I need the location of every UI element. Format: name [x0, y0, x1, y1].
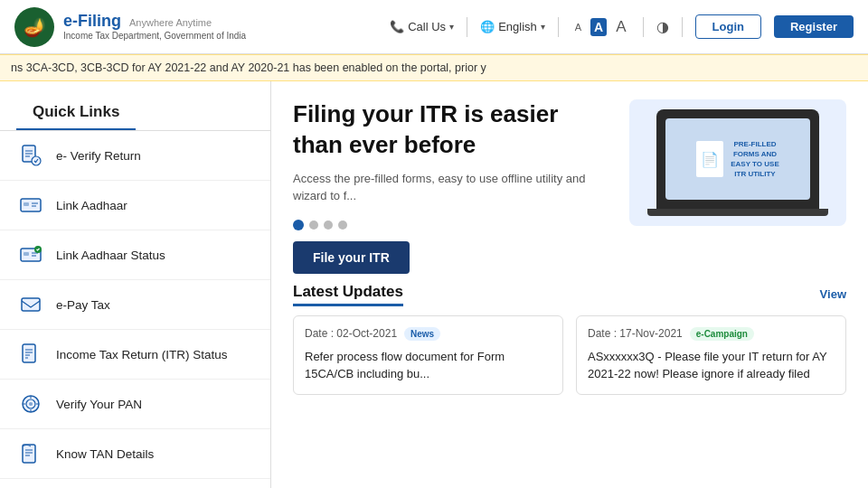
- sidebar: Quick Links e- Verify Return: [0, 81, 271, 488]
- dot-4[interactable]: [338, 221, 347, 230]
- updates-title: Latest Updates: [293, 283, 403, 306]
- screen-text: PRE-FILLEDFORMS ANDEASY TO USEITR UTILIT…: [731, 139, 779, 180]
- laptop-screen: 📄 PRE-FILLEDFORMS ANDEASY TO USEITR UTIL…: [665, 118, 810, 200]
- hero-laptop-image: 📄 PRE-FILLEDFORMS ANDEASY TO USEITR UTIL…: [629, 99, 846, 226]
- sidebar-item-label: Income Tax Return (ITR) Status: [56, 348, 228, 361]
- sidebar-item-label: Verify Your PAN: [56, 398, 142, 411]
- news-ticker: ns 3CA-3CD, 3CB-3CD for AY 2021-22 and A…: [0, 54, 868, 81]
- card-date-row: Date : 02-Oct-2021 News: [305, 327, 552, 341]
- update-cards-row: Date : 02-Oct-2021 News Refer process fl…: [293, 315, 846, 395]
- sidebar-item-epay-tax[interactable]: e-Pay Tax: [0, 280, 270, 330]
- card-text: Refer process flow document for Form 15C…: [305, 348, 552, 383]
- call-us-button[interactable]: 📞 Call Us ▾: [390, 20, 454, 33]
- header-controls: 📞 Call Us ▾ 🌐 English ▾ A A A ◑ Login Re…: [390, 14, 854, 39]
- sidebar-title: Quick Links: [16, 90, 136, 130]
- card-date-row: Date : 17-Nov-2021 e-Campaign: [588, 327, 835, 341]
- card-badge: e-Campaign: [690, 327, 754, 341]
- dot-2[interactable]: [309, 221, 318, 230]
- laptop-container: 📄 PRE-FILLEDFORMS ANDEASY TO USEITR UTIL…: [638, 104, 837, 221]
- card-date: Date : 02-Oct-2021: [305, 327, 397, 340]
- sidebar-item-know-tan[interactable]: Know TAN Details: [0, 429, 270, 479]
- laptop-body: 📄 PRE-FILLEDFORMS ANDEASY TO USEITR UTIL…: [656, 109, 819, 209]
- hero-title: Filing your ITR is easier than ever befo…: [293, 99, 611, 161]
- svg-rect-7: [22, 298, 40, 311]
- sidebar-item-link-aadhaar-status[interactable]: Link Aadhaar Status: [0, 230, 270, 280]
- hero-section: Filing your ITR is easier than ever befo…: [271, 81, 868, 283]
- sidebar-item-verify-pan[interactable]: Verify Your PAN: [0, 380, 270, 429]
- sidebar-title-wrapper: Quick Links: [0, 81, 270, 131]
- book-icon: [16, 439, 45, 468]
- sidebar-item-verify-return[interactable]: e- Verify Return: [0, 131, 270, 181]
- fingerprint-icon: [16, 389, 45, 418]
- main-layout: Quick Links e- Verify Return: [0, 81, 868, 488]
- brand-efiling: e-Filing Anywhere Anytime: [63, 13, 246, 31]
- svg-rect-8: [23, 344, 35, 362]
- svg-rect-12: [23, 445, 35, 463]
- contrast-toggle-button[interactable]: ◑: [656, 18, 669, 35]
- document-list-icon: [16, 340, 45, 369]
- view-more-link[interactable]: View: [820, 287, 846, 301]
- register-button[interactable]: Register: [774, 15, 854, 38]
- divider: [682, 17, 683, 37]
- brand-subtitle: Income Tax Department, Government of Ind…: [63, 31, 246, 41]
- card-badge: News: [404, 327, 440, 341]
- login-button[interactable]: Login: [695, 14, 761, 39]
- card-icon: [16, 191, 45, 220]
- hero-description: Access the pre-filled forms, easy to use…: [293, 170, 611, 205]
- card-check-icon: [16, 240, 45, 269]
- logo-area: 🪔 e-Filing Anywhere Anytime Income Tax D…: [14, 7, 246, 47]
- divider: [467, 17, 467, 37]
- globe-icon: 🌐: [480, 20, 495, 33]
- updates-section: Latest Updates View Date : 02-Oct-2021 N…: [271, 283, 868, 488]
- sidebar-item-label: e-Pay Tax: [56, 298, 110, 312]
- emblem-logo: 🪔: [14, 7, 54, 47]
- updates-header: Latest Updates View: [293, 283, 846, 306]
- chevron-down-icon: ▾: [541, 22, 545, 32]
- font-size-controls: A A A: [571, 16, 630, 38]
- brand-tagline: Anywhere Anytime: [129, 17, 212, 28]
- sidebar-item-label: Link Aadhaar Status: [56, 249, 165, 262]
- sidebar-item-tax-info[interactable]: Tax Information & services: [0, 479, 270, 488]
- language-selector[interactable]: 🌐 English ▾: [480, 20, 545, 33]
- phone-icon: 📞: [390, 20, 404, 33]
- hero-text: Filing your ITR is easier than ever befo…: [293, 99, 611, 274]
- sidebar-item-link-aadhaar[interactable]: Link Aadhaar: [0, 181, 270, 230]
- font-medium-button[interactable]: A: [590, 18, 607, 36]
- svg-point-11: [29, 402, 33, 406]
- divider: [643, 17, 644, 37]
- update-card-1: Date : 02-Oct-2021 News Refer process fl…: [293, 315, 563, 395]
- file-itr-button[interactable]: File your ITR: [293, 241, 410, 274]
- font-large-button[interactable]: A: [612, 16, 629, 38]
- main-content: Filing your ITR is easier than ever befo…: [271, 81, 868, 488]
- chevron-down-icon: ▾: [449, 22, 454, 32]
- dot-3[interactable]: [324, 221, 333, 230]
- update-card-2: Date : 17-Nov-2021 e-Campaign ASxxxxxx3Q…: [576, 315, 846, 395]
- sidebar-item-label: Link Aadhaar: [56, 199, 127, 212]
- carousel-dots: [293, 220, 611, 230]
- document-icon: [16, 141, 45, 170]
- brand-text: e-Filing Anywhere Anytime Income Tax Dep…: [63, 13, 246, 41]
- font-small-button[interactable]: A: [571, 20, 585, 34]
- header: 🪔 e-Filing Anywhere Anytime Income Tax D…: [0, 0, 868, 54]
- laptop-base: [647, 209, 828, 216]
- envelope-icon: [16, 290, 45, 319]
- card-text: ASxxxxxx3Q - Please file your IT return …: [588, 348, 835, 383]
- divider: [558, 17, 559, 37]
- svg-rect-3: [24, 202, 29, 206]
- dot-1[interactable]: [293, 220, 304, 230]
- sidebar-item-label: Know TAN Details: [56, 447, 154, 461]
- card-date: Date : 17-Nov-2021: [588, 327, 683, 340]
- svg-rect-5: [24, 252, 29, 256]
- sidebar-item-label: e- Verify Return: [56, 149, 141, 163]
- sidebar-item-itr-status[interactable]: Income Tax Return (ITR) Status: [0, 330, 270, 380]
